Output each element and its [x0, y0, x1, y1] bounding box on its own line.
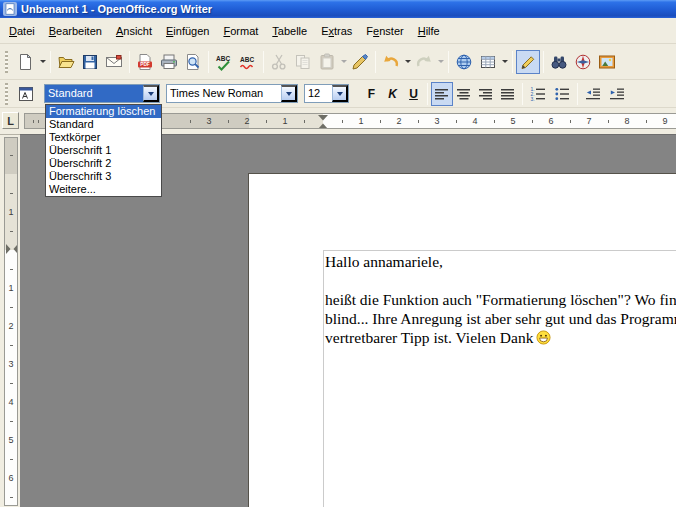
gallery-icon [598, 53, 616, 71]
email-icon [105, 53, 123, 71]
navigator-button[interactable] [571, 50, 595, 74]
style-option-weitere[interactable]: Weitere... [46, 183, 161, 196]
font-name-dropdown-button[interactable] [281, 85, 297, 102]
toolbar-separator [448, 51, 449, 73]
svg-text:3.: 3. [531, 95, 535, 101]
menu-einfuegen[interactable]: Einfügen [159, 22, 216, 40]
paragraph-style-combo[interactable]: Standard [44, 84, 160, 103]
toolbar-grip[interactable] [5, 83, 8, 105]
chevron-down-icon [148, 92, 154, 96]
auto-spellcheck-button[interactable]: ABC [236, 50, 260, 74]
numbered-list-button[interactable]: 1.2.3. [526, 82, 550, 106]
style-option-ueberschrift-3[interactable]: Überschrift 3 [46, 170, 161, 183]
ruler-number: 9 [660, 114, 670, 129]
text-line-content: vertretbarer Tipp ist. Vielen Dank [325, 329, 533, 346]
writer-app-icon[interactable] [3, 2, 17, 16]
spellcheck-button[interactable]: ABC [212, 50, 236, 74]
paragraph-style-value[interactable]: Standard [45, 85, 143, 102]
font-name-combo[interactable]: Times New Roman [166, 84, 298, 103]
paste-dropdown-arrow[interactable] [339, 50, 348, 74]
ruler-number: 3 [432, 114, 442, 129]
underline-button[interactable]: U [403, 83, 424, 104]
print-button[interactable] [157, 50, 181, 74]
format-paintbrush-button[interactable] [348, 50, 372, 74]
find-replace-button[interactable] [547, 50, 571, 74]
redo-dropdown-arrow[interactable] [436, 50, 445, 74]
bold-button[interactable]: F [361, 83, 382, 104]
cut-icon [270, 53, 288, 71]
menu-format[interactable]: Format [216, 22, 265, 40]
margin-marker[interactable] [6, 244, 18, 254]
save-button[interactable] [78, 50, 102, 74]
paragraph-style-dropdown-button[interactable] [143, 85, 159, 102]
menu-datei[interactable]: Datei [2, 22, 42, 40]
toolbar-separator [375, 51, 376, 73]
ruler-number: 1 [280, 114, 290, 129]
insert-table-button[interactable] [476, 50, 500, 74]
navigator-icon [574, 53, 592, 71]
style-option-ueberschrift-1[interactable]: Überschrift 1 [46, 144, 161, 157]
style-option-formatierung-loeschen[interactable]: Formatierung löschen [46, 105, 161, 118]
copy-button[interactable] [291, 50, 315, 74]
menu-bearbeiten[interactable]: Bearbeiten [42, 22, 109, 40]
toolbar-separator [208, 51, 209, 73]
style-option-textkoerper[interactable]: Textkörper [46, 131, 161, 144]
font-size-dropdown-button[interactable] [332, 85, 348, 102]
bullet-list-button[interactable] [550, 82, 574, 106]
align-right-icon [477, 85, 495, 103]
new-document-button[interactable] [14, 50, 38, 74]
document-text[interactable]: Hallo annamariele, heißt die Funktion au… [325, 252, 676, 347]
toolbar-separator [512, 51, 513, 73]
ruler-number: 1 [5, 282, 17, 294]
toolbar-separator [427, 83, 428, 105]
new-document-icon [17, 53, 35, 71]
undo-dropdown-arrow[interactable] [403, 50, 412, 74]
menu-ansicht[interactable]: Ansicht [109, 22, 159, 40]
text-boundary-line [323, 250, 324, 507]
document-page[interactable]: Hallo annamariele, heißt die Funktion au… [248, 173, 676, 507]
paste-button[interactable] [315, 50, 339, 74]
redo-button[interactable] [412, 50, 436, 74]
hyperlink-button[interactable] [452, 50, 476, 74]
tab-type-selector[interactable]: L [2, 112, 19, 129]
menu-fenster[interactable]: Fenster [359, 22, 410, 40]
title-bar[interactable]: Unbenannt 1 - OpenOffice.org Writer [0, 0, 676, 18]
open-button[interactable] [54, 50, 78, 74]
style-option-standard[interactable]: Standard [46, 118, 161, 131]
align-left-button[interactable] [431, 82, 453, 106]
align-center-button[interactable] [453, 82, 475, 106]
draw-functions-button[interactable] [516, 50, 540, 74]
email-button[interactable] [102, 50, 126, 74]
align-right-button[interactable] [475, 82, 497, 106]
font-size-combo[interactable]: 12 [304, 84, 349, 103]
export-pdf-icon: PDF [136, 53, 154, 71]
increase-indent-button[interactable] [605, 82, 629, 106]
indent-marker[interactable] [318, 115, 328, 129]
ruler-number: 3 [5, 358, 17, 370]
menu-hilfe[interactable]: Hilfe [411, 22, 447, 40]
style-option-ueberschrift-2[interactable]: Überschrift 2 [46, 157, 161, 170]
font-name-value[interactable]: Times New Roman [167, 85, 281, 102]
menu-tabelle[interactable]: Tabelle [265, 22, 314, 40]
vertical-ruler[interactable]: 1 1 2 3 4 5 6 [4, 137, 18, 506]
window-title: Unbenannt 1 - OpenOffice.org Writer [21, 3, 212, 15]
decrease-indent-button[interactable] [581, 82, 605, 106]
toolbar-grip[interactable] [5, 51, 8, 73]
styles-panel-button[interactable] [14, 82, 38, 106]
svg-text:ABC: ABC [216, 54, 230, 61]
export-pdf-button[interactable]: PDF [133, 50, 157, 74]
toolbar-separator [543, 51, 544, 73]
italic-button[interactable]: K [382, 83, 403, 104]
undo-button[interactable] [379, 50, 403, 74]
save-icon [81, 53, 99, 71]
page-preview-button[interactable] [181, 50, 205, 74]
insert-table-dropdown-arrow[interactable] [500, 50, 509, 74]
ruler-number: 5 [508, 114, 518, 129]
align-justify-button[interactable] [497, 82, 519, 106]
ruler-number: 1 [356, 114, 366, 129]
menu-extras[interactable]: Extras [314, 22, 359, 40]
cut-button[interactable] [267, 50, 291, 74]
font-size-value[interactable]: 12 [305, 85, 332, 102]
new-document-dropdown-arrow[interactable] [38, 50, 47, 74]
gallery-button[interactable] [595, 50, 619, 74]
